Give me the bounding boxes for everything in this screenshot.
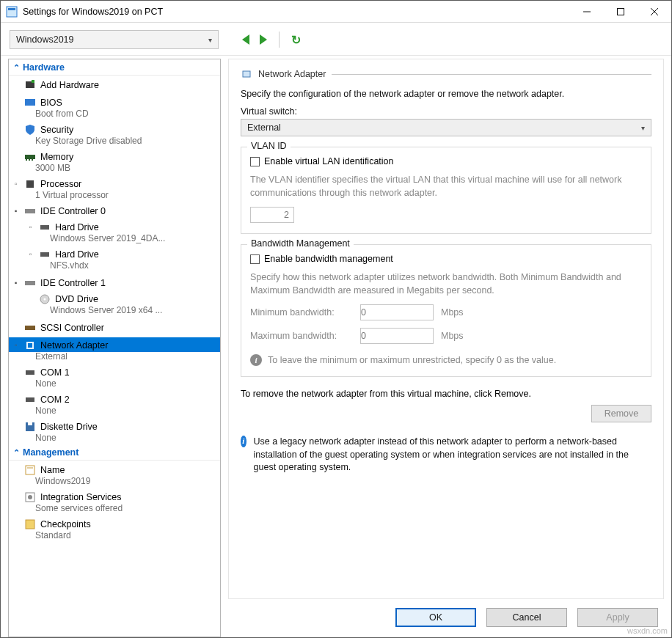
close-button[interactable]: [638, 1, 671, 23]
svg-rect-23: [26, 370, 34, 375]
node-ide0[interactable]: ▪IDE Controller 0 ▫Hard DriveWindows Ser…: [9, 202, 220, 274]
node-name[interactable]: NameWindows2019: [9, 461, 220, 488]
details-panel-wrap: Network Adapter Specify the configuratio…: [225, 56, 671, 637]
node-memory[interactable]: Memory3000 MB: [9, 147, 220, 175]
node-scsi[interactable]: SCSI Controller: [9, 318, 220, 336]
vlan-checkbox-label: Enable virtual LAN identification: [264, 156, 394, 166]
node-hd1[interactable]: ▫Hard DriveWindows Server 2019_4DA...: [23, 218, 220, 245]
category-hardware[interactable]: ⌃Hardware: [9, 59, 220, 76]
node-com2[interactable]: COM 2None: [9, 390, 220, 417]
diskette-icon: [24, 421, 36, 433]
min-bandwidth-label: Minimum bandwidth:: [250, 307, 353, 318]
ok-button[interactable]: OK: [395, 608, 476, 627]
category-management-label: Management: [23, 447, 78, 458]
network-adapter-icon: [241, 68, 252, 80]
node-dvd-sub: Windows Server 2019 x64 ...: [23, 305, 220, 315]
vlan-hint: The VLAN identifier specifies the virtua…: [250, 174, 642, 199]
node-security[interactable]: SecurityKey Storage Drive disabled: [9, 120, 220, 147]
info-icon: i: [250, 354, 262, 366]
node-diskette[interactable]: Diskette DriveNone: [9, 417, 220, 444]
node-processor-sub: 1 Virtual processor: [9, 190, 220, 200]
node-processor[interactable]: ▫Processor1 Virtual processor: [9, 175, 220, 202]
vlan-enable-checkbox[interactable]: Enable virtual LAN identification: [250, 156, 642, 166]
node-chk-sub: Standard: [9, 530, 220, 540]
virtual-switch-combo[interactable]: External ▾: [241, 119, 651, 136]
legacy-info: i Use a legacy network adapter instead o…: [241, 436, 651, 474]
node-integration-services[interactable]: Integration ServicesSome services offere…: [9, 488, 220, 515]
expand-icon[interactable]: ▫: [12, 180, 20, 188]
node-ide1[interactable]: ▪IDE Controller 1 DVD DriveWindows Serve…: [9, 274, 220, 318]
node-security-sub: Key Storage Drive disabled: [9, 136, 220, 146]
expand-icon[interactable]: ▫: [26, 250, 34, 258]
remove-text: To remove the network adapter from this …: [241, 389, 531, 399]
minimize-button[interactable]: [570, 1, 604, 23]
cancel-button[interactable]: Cancel: [486, 608, 567, 627]
svg-rect-15: [40, 225, 49, 230]
vlan-id-field[interactable]: 2: [250, 207, 294, 223]
nav-forward-icon[interactable]: [260, 34, 267, 45]
svg-rect-12: [32, 159, 33, 161]
details-panel: Network Adapter Specify the configuratio…: [228, 59, 664, 599]
checkbox-icon: [250, 254, 260, 264]
checkbox-icon: [250, 157, 260, 166]
max-bandwidth-field[interactable]: 0: [360, 328, 434, 344]
com-port-icon: [24, 394, 36, 406]
nav-back-icon[interactable]: [242, 34, 249, 45]
bandwidth-checkbox-label: Enable bandwidth management: [264, 254, 393, 264]
svg-rect-11: [29, 159, 30, 161]
max-bandwidth-row: Maximum bandwidth: 0 Mbps: [250, 328, 642, 344]
window-title: Settings for Windows2019 on PCT: [23, 7, 570, 17]
bandwidth-info-text: To leave the minimum or maximum unrestri…: [268, 355, 556, 365]
processor-icon: [24, 178, 36, 190]
integration-icon: [24, 491, 36, 503]
remove-button[interactable]: Remove: [591, 405, 651, 422]
window-controls: [570, 1, 671, 23]
bios-icon: [24, 97, 36, 109]
node-network-adapter[interactable]: ▫Network AdapterExternal: [9, 336, 220, 363]
collapse-icon[interactable]: ▪: [12, 279, 20, 287]
node-bios[interactable]: BIOSBoot from CD: [9, 93, 220, 120]
maximize-button[interactable]: [604, 1, 638, 23]
expand-icon[interactable]: ▫: [12, 341, 20, 349]
toolbar: Windows2019 ▾ ↻: [1, 23, 671, 55]
virtual-switch-label: Virtual switch:: [241, 106, 651, 117]
checkpoints-icon: [24, 518, 36, 530]
svg-rect-20: [25, 326, 35, 330]
virtual-switch-value: External: [247, 122, 281, 133]
min-bandwidth-field[interactable]: 0: [360, 304, 434, 320]
node-name-sub: Windows2019: [9, 476, 220, 486]
collapse-icon[interactable]: ▪: [12, 207, 20, 215]
bandwidth-enable-checkbox[interactable]: Enable bandwidth management: [250, 254, 642, 264]
node-com1[interactable]: COM 1None: [9, 363, 220, 390]
svg-rect-10: [26, 159, 27, 161]
node-checkpoints[interactable]: CheckpointsStandard: [9, 515, 220, 542]
expand-icon[interactable]: ▫: [26, 223, 34, 231]
node-dvd[interactable]: DVD DriveWindows Server 2019 x64 ...: [23, 290, 220, 317]
chevron-up-icon: ⌃: [13, 63, 20, 73]
unit-label: Mbps: [441, 331, 464, 341]
refresh-icon[interactable]: ↻: [291, 33, 301, 47]
name-icon: [24, 464, 36, 476]
chevron-up-icon: ⌃: [13, 448, 20, 458]
node-hd2[interactable]: ▫Hard DriveNFS.vhdx: [23, 245, 220, 272]
node-hd2-sub: NFS.vhdx: [23, 260, 220, 271]
min-bandwidth-row: Minimum bandwidth: 0 Mbps: [250, 304, 642, 320]
add-hardware-icon: [24, 79, 36, 91]
controller-icon: [24, 205, 36, 217]
settings-window: Settings for Windows2019 on PCT Windows2…: [0, 0, 672, 638]
svg-rect-13: [26, 180, 34, 188]
svg-rect-24: [26, 397, 34, 402]
vm-selector[interactable]: Windows2019 ▾: [10, 30, 219, 49]
watermark: wsxdn.com: [627, 626, 668, 635]
svg-rect-26: [28, 422, 32, 425]
max-bandwidth-label: Maximum bandwidth:: [250, 331, 353, 341]
category-management[interactable]: ⌃Management: [9, 444, 220, 461]
hard-drive-icon: [39, 249, 51, 260]
settings-tree[interactable]: ⌃Hardware Add Hardware BIOSBoot from CD …: [9, 59, 220, 637]
node-com1-sub: None: [9, 378, 220, 389]
node-memory-sub: 3000 MB: [9, 163, 220, 173]
svg-rect-9: [25, 155, 35, 159]
dialog-buttons: OK Cancel Apply: [225, 599, 671, 637]
apply-button[interactable]: Apply: [577, 608, 658, 627]
node-add-hardware[interactable]: Add Hardware: [9, 76, 220, 93]
